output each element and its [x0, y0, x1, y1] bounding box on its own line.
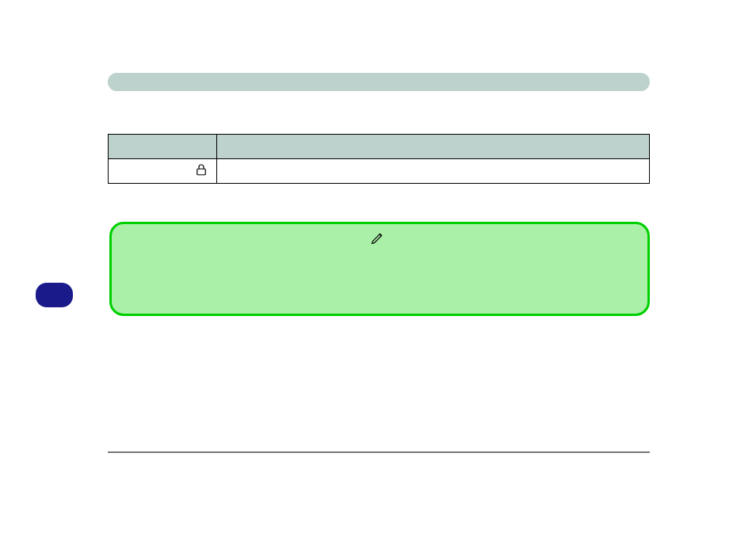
table-row: [109, 159, 650, 184]
table-cell-2: [217, 159, 650, 184]
side-badge[interactable]: [36, 283, 73, 307]
pen-icon[interactable]: [370, 230, 386, 246]
table-header-cell-2: [217, 135, 650, 159]
table-header-cell-1: [109, 135, 217, 159]
divider: [108, 451, 650, 453]
svg-rect-0: [197, 169, 206, 175]
lock-icon: [194, 162, 208, 177]
data-table: [108, 134, 650, 184]
header-pill: [108, 73, 650, 91]
table-header-row: [109, 135, 650, 159]
